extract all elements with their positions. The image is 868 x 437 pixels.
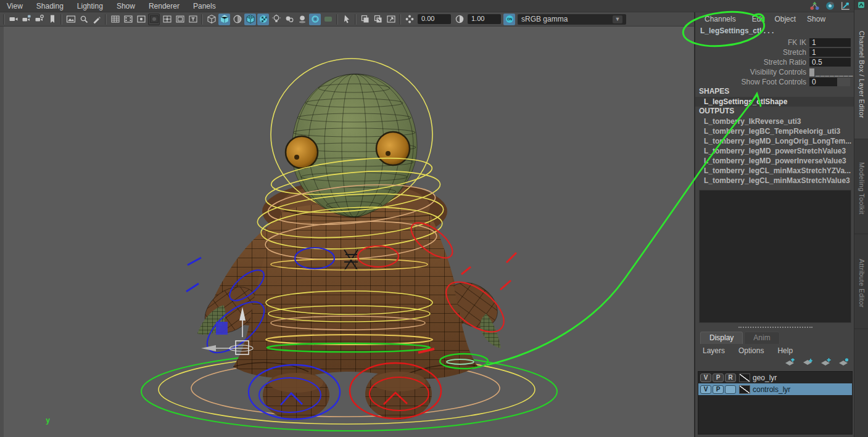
resolution-gate-icon[interactable] — [135, 14, 147, 25]
exposure-icon[interactable] — [403, 14, 415, 25]
menu-shading[interactable]: Shading — [30, 2, 70, 10]
channel-label: Stretch — [695, 48, 809, 57]
field-chart-icon[interactable] — [161, 14, 173, 25]
paste-view-icon[interactable] — [372, 14, 384, 25]
lock-camera-icon[interactable] — [20, 14, 32, 25]
film-gate-icon[interactable] — [122, 14, 134, 25]
shadows-icon[interactable] — [296, 14, 308, 25]
channel-value-field[interactable]: 0.5 — [809, 58, 851, 67]
grid-icon[interactable] — [109, 14, 121, 25]
menu-options[interactable]: Options — [738, 346, 764, 355]
output-node-item[interactable]: L_tomberry_IkReverse_uti3 — [695, 116, 854, 126]
output-node-item[interactable]: L_tomberry_legMD_LongOrig_LongTem... — [695, 136, 854, 146]
channel-label: Show Foot Controls — [695, 78, 809, 86]
menu-edit[interactable]: Edit — [752, 15, 765, 23]
layer-color-swatch[interactable] — [739, 374, 750, 382]
axis-label-y: y — [46, 416, 50, 425]
pan-zoom-icon[interactable] — [78, 14, 89, 25]
layer-visible-toggle[interactable]: V — [700, 385, 711, 394]
outputs-header: OUTPUTS — [699, 107, 734, 115]
tab-anim[interactable]: Anim — [744, 332, 779, 344]
channel-value-field[interactable]: 1 — [809, 38, 851, 47]
safe-action-icon[interactable] — [174, 14, 186, 25]
layer-playback-toggle[interactable]: P — [713, 385, 724, 394]
channel-attributes: FK IK 1 Stretch 1 Stretch Ratio 0.5 Visi… — [695, 38, 854, 87]
use-all-lights-icon[interactable] — [270, 14, 282, 25]
node-editor-icon[interactable] — [809, 1, 820, 11]
new-empty-layer-icon[interactable] — [820, 357, 832, 367]
menu-view[interactable]: View — [0, 2, 30, 10]
gamma-on-button[interactable]: ON — [503, 14, 515, 25]
panel-dock-icon — [858, 1, 865, 9]
graph-editor-icon[interactable] — [840, 1, 851, 11]
output-node-item[interactable]: L_tomberry_legMD_powerStretchValue3 — [695, 146, 854, 156]
menu-object[interactable]: Object — [774, 15, 796, 23]
menu-renderer[interactable]: Renderer — [142, 2, 186, 10]
menu-channels[interactable]: Channels — [705, 15, 736, 23]
copy-view-icon[interactable] — [359, 14, 371, 25]
colorspace-value: sRGB gamma — [521, 15, 568, 23]
divider — [201, 14, 203, 25]
gamma-field[interactable]: 1.00 — [468, 14, 501, 24]
two-point-light-icon[interactable] — [283, 14, 295, 25]
move-layer-up-icon[interactable] — [784, 357, 796, 367]
layer-row-controls[interactable]: V P controls_lyr — [698, 383, 852, 395]
layer-playback-toggle[interactable]: P — [713, 374, 724, 382]
menu-layers[interactable]: Layers — [703, 346, 725, 355]
shape-node-item[interactable]: L_legSettings_ctlShape — [695, 97, 854, 107]
exposure-field[interactable]: 0.00 — [418, 14, 451, 24]
menu-help[interactable]: Help — [777, 346, 793, 355]
output-node-item[interactable]: L_tomberry_legCL_minMaxStretchYZVa... — [695, 166, 854, 176]
select-camera-icon[interactable] — [7, 14, 19, 25]
output-node-item[interactable]: L_tomberry_legMD_powerInverseValue3 — [695, 156, 854, 166]
tab-channel-box-layer-editor[interactable]: Channel Box / Layer Editor — [854, 10, 868, 139]
layer-color-swatch[interactable] — [739, 385, 750, 394]
menu-panels[interactable]: Panels — [186, 2, 223, 10]
layer-row-geo[interactable]: V P R geo_lyr — [698, 372, 852, 383]
menu-show[interactable]: Show — [110, 2, 142, 10]
motion-blur-icon[interactable] — [322, 14, 334, 25]
wireframe-on-shaded-icon[interactable] — [244, 14, 256, 25]
camera-settings-icon[interactable] — [33, 14, 45, 25]
smooth-shade-icon[interactable] — [218, 14, 230, 25]
occlusion-icon[interactable] — [309, 14, 321, 25]
layer-reference-toggle[interactable] — [725, 385, 736, 394]
contrast-icon[interactable] — [453, 14, 465, 25]
image-plane-icon[interactable] — [65, 14, 76, 25]
channel-value-field[interactable]: ________ — [816, 68, 853, 76]
tab-modeling-toolkit[interactable]: Modeling Toolkit — [854, 143, 868, 234]
layer-reference-toggle[interactable]: R — [725, 374, 736, 382]
gate-mask-icon[interactable] — [148, 14, 160, 25]
grease-pencil-icon[interactable] — [91, 14, 102, 25]
maya-window: View Shading Lighting Show Renderer Pane… — [0, 0, 868, 437]
menu-lighting[interactable]: Lighting — [70, 2, 110, 10]
panel-splitter-handle[interactable] — [738, 327, 812, 329]
new-layer-from-selection-icon[interactable] — [838, 357, 850, 367]
default-material-icon[interactable] — [231, 14, 243, 25]
textured-display-icon[interactable] — [257, 14, 269, 25]
safe-title-icon[interactable] — [187, 14, 199, 25]
channel-value-field[interactable]: 1 — [809, 48, 851, 57]
isolate-select-icon[interactable] — [341, 14, 352, 25]
layer-name: geo_lyr — [753, 374, 777, 382]
output-node-item[interactable]: L_tomberry_legBC_TempReelorig_uti3 — [695, 126, 854, 136]
tab-attribute-editor[interactable]: Attribute Editor — [854, 238, 868, 329]
menu-show-cb[interactable]: Show — [807, 15, 825, 23]
view-snapshot-icon[interactable] — [385, 14, 397, 25]
panel-menu-bar: View Shading Lighting Show Renderer Pane… — [0, 0, 854, 12]
layer-visible-toggle[interactable]: V — [700, 374, 711, 382]
move-layer-down-icon[interactable] — [802, 357, 814, 367]
channel-value-field[interactable]: 0 — [809, 78, 837, 86]
colorspace-dropdown[interactable]: sRGB gamma ▼ — [518, 14, 626, 25]
viewport-3d[interactable]: y — [0, 27, 694, 437]
tab-display[interactable]: Display — [700, 332, 743, 344]
channel-row-visibility-controls: Visibility Controls ________ — [695, 67, 854, 77]
layer-editor-actions — [784, 357, 850, 367]
bookmark-icon[interactable] — [46, 14, 58, 25]
channel-slider-handle[interactable] — [809, 68, 814, 76]
output-node-item[interactable]: L_tomberry_legCL_minMaxStretchValue3 — [695, 176, 854, 186]
channel-row-stretch: Stretch 1 — [695, 47, 854, 57]
render-view-icon[interactable] — [824, 1, 836, 11]
wireframe-display-icon[interactable] — [205, 14, 217, 25]
channel-row-fkik: FK IK 1 — [695, 38, 854, 47]
